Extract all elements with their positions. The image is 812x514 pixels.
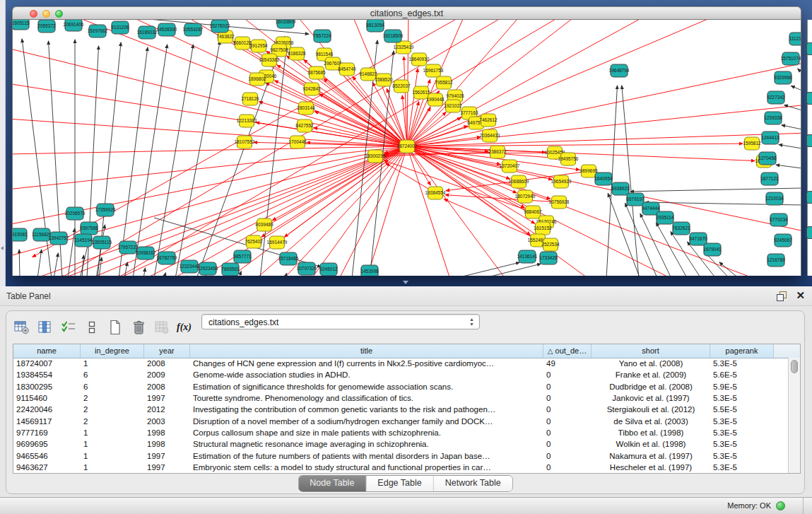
network-node[interactable]: 2718126 [241,93,259,105]
table-row[interactable]: 946554611997Estimation of the future num… [13,450,789,461]
tab-network-table[interactable]: Network Table [434,476,512,491]
tab-node-table[interactable]: Node Table [298,476,366,491]
column-header-in_degree[interactable]: in_degree [81,344,144,358]
function-builder-icon[interactable]: f(x) [177,322,192,333]
network-node[interactable]: 3915081 [13,228,28,241]
table-row[interactable]: 946362711997Embryonic stem cells: a mode… [13,462,789,473]
network-node[interactable]: 1112197 [789,33,801,45]
network-canvas[interactable]: 1872400718300295193845547463822866012859… [12,20,801,276]
network-node[interactable]: 9227342 [767,91,785,104]
network-node[interactable]: 1588520 [375,74,393,86]
network-node[interactable]: 18072949 [515,190,536,203]
network-node[interactable]: 12325419 [394,41,414,54]
row-height-icon[interactable] [83,319,100,336]
network-node[interactable]: 2386372 [488,146,507,158]
network-node[interactable]: 17359928 [95,204,116,216]
network-node[interactable]: 7895561 [221,263,240,276]
network-node[interactable]: 1615152 [534,222,552,235]
network-node[interactable]: 18640910 [409,53,430,66]
network-node[interactable]: 1270456 [758,152,777,165]
network-node[interactable]: 1239338 [764,112,782,124]
network-node[interactable]: 14136141 [517,250,538,263]
network-node[interactable]: 9245067 [774,234,792,247]
network-node[interactable]: 19495756 [558,153,579,165]
table-row[interactable]: 1456911722003Disruption of a novel membe… [13,415,789,426]
close-panel-icon[interactable]: ✕ [796,290,805,301]
network-node[interactable]: 1453998 [360,265,379,276]
column-header-title[interactable]: title [190,344,543,358]
create-table-column-icon[interactable] [13,319,30,336]
window-titlebar[interactable]: citations_edges.txt [12,6,801,20]
network-node[interactable]: 15276022 [210,20,230,33]
network-node[interactable]: 10553287 [183,23,204,36]
network-node[interactable]: 8660128 [233,37,252,49]
network-node[interactable]: 1921022 [444,100,462,112]
network-node[interactable]: 13942757 [49,232,69,245]
network-node[interactable]: 13505115 [92,236,112,249]
network-node[interactable]: 1244413 [761,132,779,144]
network-node[interactable]: 1640954 [594,173,613,185]
network-node[interactable]: 19648794 [609,64,630,77]
network-node[interactable]: 4039489 [255,218,273,231]
network-node[interactable]: 1595812 [743,137,761,150]
network-node[interactable]: 7632621 [672,222,690,235]
tab-edge-table[interactable]: Edge Table [366,476,433,491]
network-node[interactable]: 8427552 [295,119,314,132]
network-node[interactable]: 2803144 [297,102,315,115]
column-header-year[interactable]: year [144,344,190,358]
network-node[interactable]: 15718485 [278,252,299,265]
network-node[interactable]: 16961758 [423,64,444,77]
table-row[interactable]: 969969511998Structural magnetic resonanc… [13,438,789,450]
float-panel-icon[interactable] [777,291,787,301]
network-node[interactable]: 1990448 [426,93,445,106]
create-new-table-icon[interactable] [107,319,124,336]
network-node[interactable]: 19654923 [551,175,572,188]
network-node[interactable]: 1145194 [75,234,93,247]
network-node[interactable]: 8938923 [611,182,630,195]
network-node[interactable]: 8454749 [338,63,356,76]
network-node[interactable]: 8471670 [689,233,707,245]
network-node[interactable]: 16543382 [259,54,280,66]
table-scrollbar[interactable] [788,358,800,473]
column-header-short[interactable]: short [592,344,710,358]
network-node[interactable]: 12923468 [198,262,218,275]
table-row[interactable]: 911546021997Tourette syndrome. Phenomeno… [13,392,789,404]
column-header-out_degree[interactable]: △out_de… [543,344,592,358]
network-node[interactable]: 19218506 [383,30,404,42]
delete-table-icon[interactable] [130,319,147,336]
network-node[interactable]: 13720407 [500,160,520,173]
network-node[interactable]: 16033809 [276,20,296,28]
network-node[interactable]: 16914479 [267,236,288,249]
column-header-name[interactable]: name [13,344,81,358]
network-node[interactable]: 1216789 [767,254,785,267]
network-node[interactable]: 7625402 [245,235,263,248]
network-node[interactable]: 9245012 [319,263,338,276]
network-node[interactable]: 18300295 [365,150,386,163]
network-node[interactable]: 7955812 [435,76,453,89]
network-node[interactable]: 8186328 [288,47,306,60]
network-node[interactable]: 10688609 [509,175,529,188]
network-node[interactable]: 9857771 [233,250,252,263]
table-row[interactable]: 1872400712008Changes of HCN gene express… [13,358,789,369]
network-node[interactable]: 1733426 [539,252,558,264]
network-node[interactable]: 16782759 [157,252,177,264]
network-node[interactable]: 20206576 [65,207,86,220]
table-row[interactable]: 2242004622012Investigating the contribut… [13,404,789,415]
network-table-select[interactable]: citations_edges.txt ▲▼ [201,314,480,329]
network-node[interactable]: 5912954 [249,40,268,52]
network-node[interactable]: 8522037 [392,80,411,93]
network-node[interactable]: 6679197 [626,193,645,206]
network-node[interactable]: 20364433 [480,129,500,142]
network-node[interactable]: 10797329 [297,262,317,275]
network-node[interactable]: 15751074 [781,52,801,65]
network-view-window[interactable]: citations_edges.txt 18724007183002951938… [12,6,801,276]
network-node[interactable]: 18107552 [235,136,255,148]
select-columns-icon[interactable] [60,319,77,336]
network-node[interactable]: 2522534 [541,238,560,251]
network-node[interactable]: 15297662 [88,25,108,37]
collapse-left-panel-icon[interactable] [1,246,4,250]
network-node[interactable]: 3875685 [307,66,326,79]
table-row[interactable]: 1830029562008Estimation of significance … [13,381,789,392]
network-node[interactable]: 1679041 [703,243,722,256]
network-node[interactable]: 10756928 [549,196,570,209]
